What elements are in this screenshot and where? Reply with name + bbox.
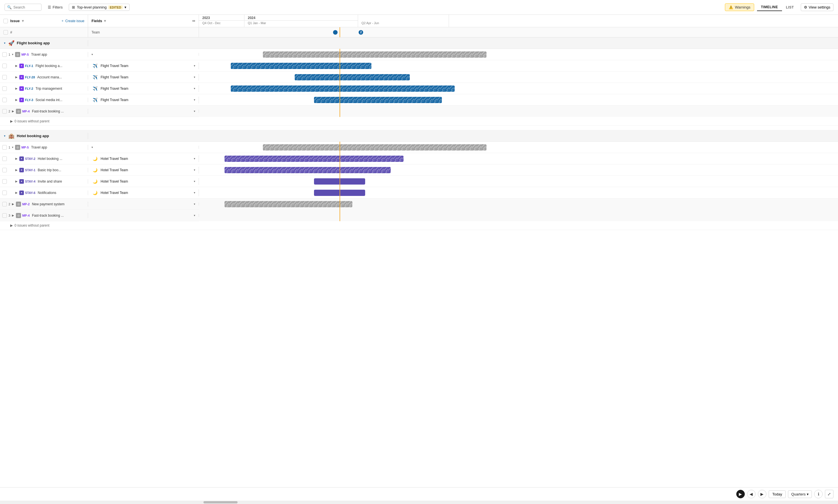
issue-key-mp4-hotel[interactable]: MP-4 — [22, 214, 30, 217]
gantt-bar-stay2[interactable] — [225, 156, 403, 162]
row-checkbox[interactable] — [2, 202, 7, 206]
expand-arrow[interactable]: ▶ — [11, 110, 15, 113]
search-box[interactable]: 🔍 — [4, 4, 41, 11]
dropdown-chevron[interactable]: ▾ — [194, 191, 195, 194]
fields-col-label: Fields — [91, 19, 102, 23]
create-issue-button[interactable]: ＋ Create issue — [61, 18, 84, 23]
collapse-arrow-hotel[interactable]: ▾ — [3, 134, 6, 138]
issue-key-fly28[interactable]: FLY-28 — [25, 75, 35, 79]
dropdown-chevron[interactable]: ▾ — [194, 214, 195, 217]
expand-arrow[interactable]: ▾ — [11, 146, 14, 149]
hash-checkbox[interactable] — [3, 30, 8, 35]
tab-list[interactable]: LIST — [782, 4, 798, 11]
scroll-area[interactable]: ▾ 🚀 Flight booking app 1 ▾ ◎ MP-5 Travel… — [0, 37, 838, 487]
today-line — [339, 176, 340, 187]
row-checkbox[interactable] — [2, 191, 7, 195]
issue-key-stay2[interactable]: STAY-2 — [25, 157, 36, 160]
expand-view-button[interactable]: ⤢ — [825, 490, 834, 498]
issue-key-stay1[interactable]: STAY-1 — [25, 168, 36, 172]
issue-key-stay6[interactable]: STAY-6 — [25, 191, 36, 195]
scrollbar-thumb[interactable] — [204, 501, 238, 503]
info-button[interactable]: ℹ — [814, 490, 823, 498]
issue-key-mp5-hotel[interactable]: MP-5 — [21, 146, 29, 149]
gantt-bar-fly2[interactable] — [231, 86, 454, 92]
tab-timeline[interactable]: TIMELINE — [757, 4, 782, 11]
horizontal-scrollbar[interactable] — [0, 501, 838, 504]
gantt-bar-mp5-hotel[interactable] — [263, 144, 487, 150]
expand-arrow[interactable]: ▶ — [15, 168, 18, 172]
dropdown-chevron[interactable]: ▾ — [194, 202, 195, 205]
row-checkbox[interactable] — [2, 86, 7, 91]
nav-right-small-button[interactable]: ▶ — [758, 490, 766, 498]
milestone-dot-numbered[interactable]: 2 — [359, 30, 363, 35]
issue-key-mp4-flight[interactable]: MP-4 — [22, 110, 30, 113]
gantt-bar-stay1[interactable] — [225, 167, 391, 173]
issue-key-stay4[interactable]: STAY-4 — [25, 180, 36, 183]
dropdown-chevron[interactable]: ▾ — [194, 64, 195, 67]
dropdown-chevron[interactable]: ▾ — [194, 75, 195, 79]
team-name-stay1: Hotel Travel Team — [101, 168, 128, 172]
warnings-button[interactable]: ⚠️ Warnings — [725, 3, 754, 11]
top-level-planning-button[interactable]: ⊞ Top-level planning EDITED ▾ — [69, 4, 129, 11]
dropdown-chevron[interactable]: ▾ — [91, 53, 93, 56]
expand-arrow[interactable]: ▶ — [15, 64, 18, 67]
dropdown-chevron[interactable]: ▾ — [91, 146, 93, 149]
timeline-cell-fly28 — [199, 72, 838, 83]
view-settings-button[interactable]: ⚙ View settings — [801, 3, 834, 11]
dropdown-chevron[interactable]: ▾ — [194, 87, 195, 90]
expand-arrow[interactable]: ▾ — [11, 53, 14, 56]
expand-arrow[interactable]: ▶ — [11, 202, 15, 205]
expand-arrow[interactable]: ▶ — [15, 75, 18, 79]
nav-left-button[interactable]: ◀ — [747, 490, 755, 498]
issue-key-fly2[interactable]: FLY-2 — [25, 87, 33, 90]
dropdown-chevron[interactable]: ▾ — [194, 98, 195, 101]
gantt-bar-fly28[interactable] — [295, 74, 410, 80]
milestone-dot-blue[interactable] — [333, 30, 337, 35]
dropdown-chevron[interactable]: ▾ — [194, 110, 195, 113]
dropdown-chevron[interactable]: ▾ — [194, 180, 195, 183]
select-all-checkbox[interactable] — [3, 19, 8, 23]
expand-arrow[interactable]: ▶ — [15, 87, 18, 90]
row-checkbox[interactable] — [2, 109, 7, 113]
row-checkbox[interactable] — [2, 157, 7, 161]
gantt-bar-fly1[interactable] — [231, 63, 371, 69]
dropdown-chevron[interactable]: ▾ — [194, 168, 195, 172]
gantt-bar-mp5-flight[interactable] — [263, 51, 487, 58]
nav-right-button[interactable]: ▶ — [736, 490, 745, 498]
gantt-bar-mp2-hotel[interactable] — [225, 201, 352, 207]
expand-arrow[interactable]: ▶ — [15, 180, 18, 183]
expand-arrow[interactable]: ▶ — [15, 191, 18, 194]
row-checkbox[interactable] — [2, 75, 7, 79]
row-checkbox[interactable] — [2, 213, 7, 218]
issue-cell-mp5-hotel: 1 ▾ ◎ MP-5 Travel app — [0, 145, 88, 150]
row-checkbox[interactable] — [2, 168, 7, 172]
issue-title-mp5-flight: Travel app — [31, 53, 47, 56]
dropdown-chevron[interactable]: ▾ — [194, 157, 195, 160]
issue-key-mp5-flight[interactable]: MP-5 — [21, 53, 29, 56]
today-line — [339, 49, 340, 60]
gantt-bar-fly3[interactable] — [314, 97, 442, 103]
team-avatar-fly1: ✈️ — [91, 62, 98, 69]
today-button[interactable]: Today — [769, 490, 786, 498]
search-input[interactable] — [13, 5, 39, 10]
timeline-cell-stay6 — [199, 187, 838, 198]
expand-arrow[interactable]: ▶ — [11, 214, 15, 217]
fields-cell-fly1: ✈️ Flight Travel Team ▾ — [88, 62, 199, 69]
resize-icon[interactable]: ⇔ — [192, 19, 195, 23]
filters-button[interactable]: ☰ Filters — [45, 4, 65, 11]
issue-key-fly3[interactable]: FLY-3 — [25, 98, 33, 102]
row-checkbox[interactable] — [2, 98, 7, 102]
collapse-arrow-flight[interactable]: ▾ — [3, 41, 6, 44]
quarters-dropdown[interactable]: Quarters ▾ — [788, 490, 812, 498]
row-checkbox[interactable] — [2, 179, 7, 184]
expand-arrow[interactable]: ▶ — [15, 157, 18, 160]
no-parent-row-flight[interactable]: ▶ 0 issues without parent — [0, 117, 838, 126]
row-checkbox[interactable] — [2, 145, 7, 150]
row-checkbox[interactable] — [2, 64, 7, 68]
issue-key-fly1[interactable]: FLY-1 — [25, 64, 33, 68]
no-parent-row-hotel[interactable]: ▶ 0 issues without parent — [0, 221, 838, 230]
timeline-cell-mp4-hotel — [199, 210, 838, 221]
issue-key-mp2-hotel[interactable]: MP-2 — [22, 202, 30, 206]
row-checkbox[interactable] — [2, 52, 7, 57]
expand-arrow[interactable]: ▶ — [15, 98, 18, 101]
